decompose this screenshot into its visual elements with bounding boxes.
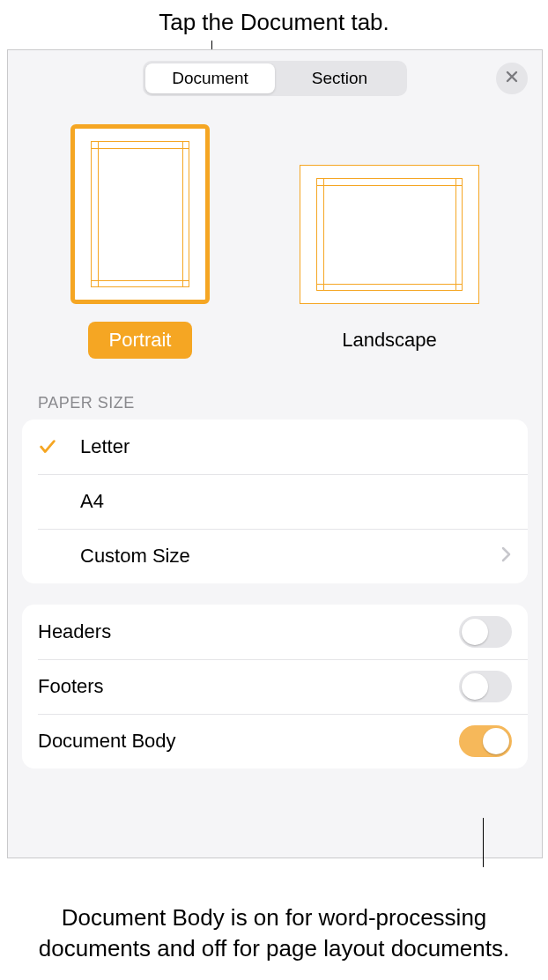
paper-size-custom-label: Custom Size [80,545,501,568]
footers-row: Footers [22,659,528,714]
landscape-label: Landscape [321,322,458,359]
tab-section[interactable]: Section [275,63,404,93]
close-icon [505,70,519,87]
document-body-row: Document Body [22,714,528,768]
checkmark-icon [38,437,80,457]
callout-top: Tap the Document tab. [0,9,548,36]
panel-header: Document Section [8,50,542,98]
tab-segmented-control: Document Section [143,61,407,96]
footers-label: Footers [38,675,459,698]
paper-size-list: Letter A4 Custom Size [22,419,528,583]
orientation-landscape[interactable]: Landscape [300,124,479,359]
orientation-portrait[interactable]: Portrait [70,124,210,359]
paper-size-a4[interactable]: A4 [22,474,528,529]
footers-toggle[interactable] [459,671,512,702]
tab-document[interactable]: Document [145,63,275,93]
callout-bottom: Document Body is on for word-processing … [0,902,548,964]
landscape-preview-icon [300,165,479,304]
close-button[interactable] [496,63,528,94]
paper-size-custom[interactable]: Custom Size [22,529,528,583]
chevron-right-icon [501,545,512,568]
paper-size-letter[interactable]: Letter [22,419,528,474]
portrait-label: Portrait [88,322,193,359]
paper-size-letter-label: Letter [80,435,512,458]
document-body-toggle[interactable] [459,725,512,757]
headers-row: Headers [22,605,528,659]
paper-size-header: PAPER SIZE [8,368,542,419]
document-options-panel: Document Section Portrait [7,49,543,858]
orientation-row: Portrait Landscape [8,98,542,368]
portrait-preview-icon [70,124,210,304]
callout-line-bottom [483,818,484,867]
settings-list: Headers Footers Document Body [22,605,528,768]
headers-toggle[interactable] [459,616,512,648]
document-body-label: Document Body [38,730,459,753]
headers-label: Headers [38,620,459,643]
paper-size-a4-label: A4 [80,490,512,513]
